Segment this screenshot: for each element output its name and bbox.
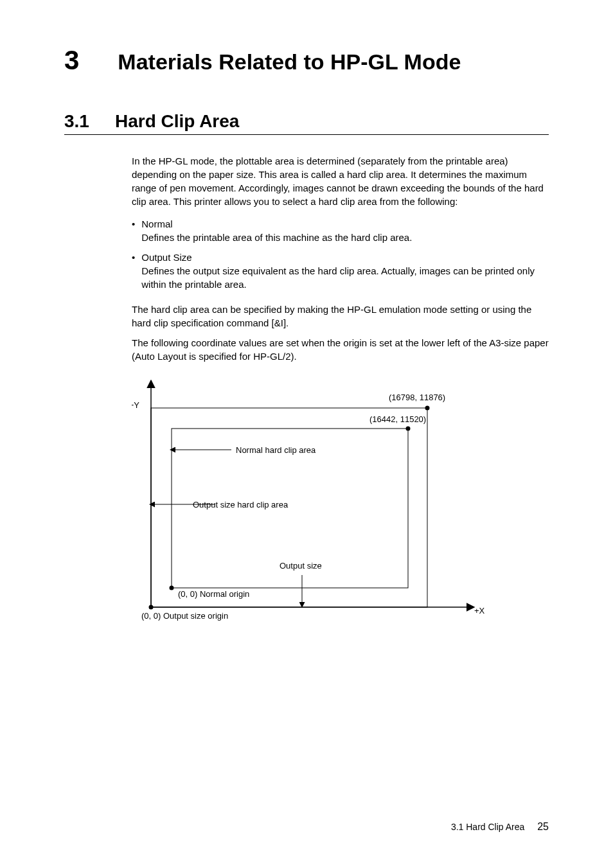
bullet-dot: • <box>132 217 135 244</box>
bullet-item: • Normal Defines the printable area of t… <box>132 217 549 244</box>
y-axis-label: +Y <box>132 400 139 410</box>
output-clip-label: Output size hard clip area <box>193 500 289 509</box>
page-number: 25 <box>537 821 549 832</box>
bullet-desc: Defines the output size equivalent as th… <box>141 264 549 291</box>
bullet-label: Output Size <box>141 251 549 264</box>
section-heading: 3.1 Hard Clip Area <box>64 111 549 135</box>
paragraph: The following coordinate values are set … <box>132 336 549 363</box>
svg-point-5 <box>406 427 411 431</box>
intro-paragraph: In the HP-GL mode, the plottable area is… <box>132 154 549 208</box>
footer-section-label: 3.1 Hard Clip Area <box>451 822 524 832</box>
bullet-item: • Output Size Defines the output size eq… <box>132 251 549 291</box>
svg-point-7 <box>149 605 154 610</box>
coord-outer: (16798, 11876) <box>389 393 445 402</box>
origin-output: (0, 0) Output size origin <box>141 611 228 621</box>
normal-clip-label: Normal hard clip area <box>236 445 316 455</box>
coord-inner: (16442, 11520) <box>369 414 426 424</box>
section-title: Hard Clip Area <box>115 111 239 132</box>
chapter-title: Materials Related to HP-GL Mode <box>118 49 461 75</box>
body-content: In the HP-GL mode, the plottable area is… <box>132 154 549 630</box>
paragraph: The hard clip area can be specified by m… <box>132 303 549 330</box>
section-number: 3.1 <box>64 111 89 132</box>
chapter-heading: 3 Materials Related to HP-GL Mode <box>64 45 549 76</box>
chapter-number: 3 <box>64 45 79 76</box>
bullet-label: Normal <box>141 217 549 231</box>
clip-area-diagram: +Y +X (16798, 11876) (16442, 11520) Norm… <box>132 376 549 630</box>
x-axis-label: +X <box>474 606 485 616</box>
bullet-desc: Defines the printable area of this machi… <box>141 231 549 244</box>
origin-normal: (0, 0) Normal origin <box>178 589 249 599</box>
svg-point-6 <box>170 586 174 590</box>
page-footer: 3.1 Hard Clip Area 25 <box>451 821 549 833</box>
svg-point-4 <box>425 406 430 411</box>
bullet-dot: • <box>132 251 135 291</box>
output-size-text: Output size <box>280 561 322 571</box>
